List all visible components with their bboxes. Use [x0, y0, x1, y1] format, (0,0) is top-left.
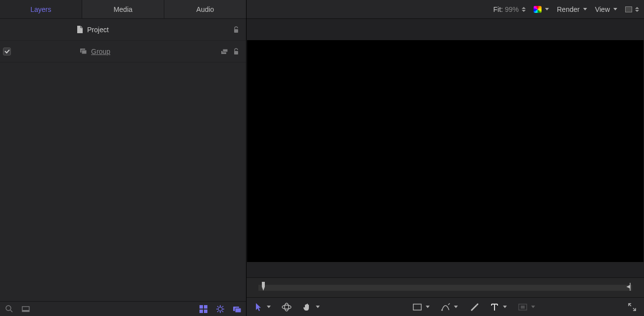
pen-path-icon: [441, 302, 450, 312]
pan-tool[interactable]: [302, 302, 320, 312]
layers-button-icon[interactable]: [219, 47, 229, 56]
fit-label: Fit:: [494, 5, 503, 13]
layer-row-project[interactable]: Project: [0, 19, 246, 41]
chevron-down-icon: [503, 306, 507, 308]
svg-rect-11: [204, 305, 207, 309]
svg-rect-30: [521, 306, 525, 309]
svg-rect-10: [199, 305, 203, 309]
svg-point-14: [218, 307, 222, 311]
view-dropdown[interactable]: View: [595, 5, 617, 13]
zoom-stepper-icon[interactable]: [522, 7, 526, 12]
svg-line-19: [217, 306, 218, 307]
svg-line-7: [10, 310, 12, 312]
chevron-down-icon: [267, 306, 271, 308]
svg-rect-9: [22, 310, 29, 312]
svg-point-25: [282, 305, 291, 309]
mask-icon[interactable]: [198, 304, 208, 314]
text-t-icon: [490, 302, 499, 312]
lock-icon[interactable]: [231, 47, 241, 56]
chevron-down-icon: [613, 8, 617, 10]
arrow-cursor-icon: [253, 302, 263, 312]
timeline-track[interactable]: [258, 285, 632, 291]
svg-rect-5: [234, 51, 238, 54]
svg-rect-24: [235, 308, 241, 313]
svg-rect-12: [199, 310, 203, 313]
svg-point-28: [441, 309, 443, 311]
3d-transform-tool[interactable]: [282, 302, 292, 312]
canvas-area[interactable]: [247, 19, 644, 277]
svg-rect-4: [223, 49, 228, 52]
chevron-down-icon: [454, 306, 458, 308]
chevron-down-icon: [426, 306, 430, 308]
mini-timeline[interactable]: [247, 277, 644, 297]
mask-rectangle-icon: [518, 302, 528, 312]
play-range-in-marker[interactable]: [260, 282, 266, 293]
chevron-down-icon: [531, 306, 535, 308]
svg-point-26: [285, 303, 289, 311]
color-channels-dropdown[interactable]: [534, 6, 549, 13]
tab-media[interactable]: Media: [82, 0, 164, 18]
canvas[interactable]: [247, 40, 644, 262]
bezier-tool[interactable]: [441, 302, 458, 312]
orbit-3d-icon: [282, 302, 292, 312]
rectangle-tool[interactable]: [412, 302, 430, 312]
layer-label: Group: [89, 48, 219, 55]
left-panel: Layers Media Audio Project: [0, 0, 247, 316]
visibility-checkbox[interactable]: [3, 48, 11, 55]
play-range-out-marker[interactable]: [626, 283, 631, 292]
canvas-toolbar: Fit: 99% Render View: [247, 0, 644, 19]
stack-icon: [78, 48, 89, 55]
search-icon[interactable]: [4, 304, 14, 314]
render-label: Render: [557, 5, 580, 13]
tool-strip: [247, 297, 644, 316]
color-wheel-icon: [534, 6, 542, 13]
document-icon: [74, 25, 85, 34]
hand-icon: [302, 302, 312, 312]
svg-rect-27: [413, 304, 421, 310]
svg-rect-2: [82, 50, 87, 54]
expand-arrows-icon: [627, 302, 637, 312]
select-tool[interactable]: [253, 302, 271, 312]
render-dropdown[interactable]: Render: [557, 5, 587, 13]
view-layouts-control[interactable]: [625, 6, 639, 12]
zoom-control[interactable]: Fit: 99%: [494, 5, 526, 13]
chevron-down-icon: [583, 8, 587, 10]
svg-line-22: [222, 306, 223, 307]
behaviors-gear-icon[interactable]: [215, 304, 225, 314]
viewport-layout-icon: [625, 6, 632, 12]
right-panel: Fit: 99% Render View: [247, 0, 644, 316]
svg-rect-0: [234, 29, 238, 33]
brush-icon: [469, 302, 479, 312]
svg-point-6: [6, 306, 11, 311]
preview-icon[interactable]: [21, 304, 31, 314]
panel-tabs: Layers Media Audio: [0, 0, 246, 19]
chevron-down-icon: [316, 306, 320, 308]
layer-label: Project: [85, 26, 231, 34]
mask-rectangle-tool[interactable]: [518, 302, 535, 312]
layout-stepper-icon: [635, 7, 639, 12]
lock-icon[interactable]: [231, 25, 241, 35]
left-bottom-bar: [0, 301, 246, 316]
filters-icon[interactable]: [232, 304, 242, 314]
fit-value: 99%: [505, 5, 519, 13]
layer-row-group[interactable]: Group: [0, 41, 246, 62]
svg-line-21: [217, 311, 218, 312]
fullscreen-toggle[interactable]: [627, 302, 637, 312]
paint-stroke-tool[interactable]: [469, 302, 479, 312]
tab-layers[interactable]: Layers: [0, 0, 82, 18]
tab-audio[interactable]: Audio: [164, 0, 246, 18]
text-tool[interactable]: [490, 302, 507, 312]
svg-rect-13: [204, 310, 207, 313]
app-root: Layers Media Audio Project: [0, 0, 644, 316]
rectangle-icon: [412, 302, 422, 312]
layer-list: Project Group: [0, 19, 246, 301]
view-label: View: [595, 5, 610, 13]
chevron-down-icon: [545, 8, 549, 10]
svg-line-20: [222, 311, 223, 312]
